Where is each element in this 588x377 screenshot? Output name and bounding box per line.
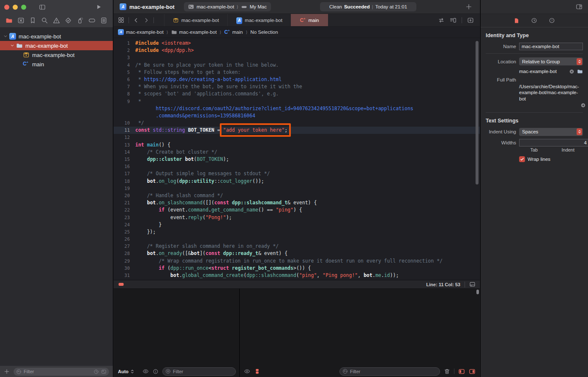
zoom-window-button[interactable]: [21, 5, 26, 10]
close-window-button[interactable]: [4, 5, 9, 10]
indent-using-dropdown[interactable]: Spaces: [519, 128, 583, 136]
console-filter-field[interactable]: [339, 367, 440, 376]
code-line[interactable]: 32 }: [114, 279, 480, 280]
debug-navigator-icon[interactable]: [77, 17, 84, 24]
choose-folder-icon[interactable]: [577, 68, 583, 74]
editor-options-icon[interactable]: [450, 17, 457, 24]
forward-icon[interactable]: [143, 17, 149, 23]
code-line[interactable]: 24 }: [114, 221, 480, 228]
code-line[interactable]: 15 dpp::cluster bot(BOT_TOKEN);: [114, 156, 480, 163]
activity-status[interactable]: Clean Succeeded | Today at 21:01: [320, 2, 416, 11]
source-control-navigator-icon[interactable]: [17, 17, 25, 24]
code-line[interactable]: 3: [114, 54, 480, 61]
file-inspector-icon[interactable]: [514, 18, 520, 24]
tree-row-project-root[interactable]: Amac-example-bot: [0, 32, 113, 41]
project-navigator-icon[interactable]: [5, 17, 13, 24]
variable-info-icon[interactable]: [153, 369, 159, 374]
minimize-window-button[interactable]: [13, 5, 18, 10]
code-line[interactable]: .commands&permissions=139586816064: [114, 112, 480, 119]
toggle-sidebar-icon[interactable]: [39, 4, 46, 11]
editor-tab-mac-example-bot[interactable]: mac-example-bot: [164, 14, 227, 26]
breadcrumb-item[interactable]: No Selection: [250, 30, 278, 35]
toggle-inspector-icon[interactable]: [576, 3, 583, 10]
show-variables-view-icon[interactable]: [458, 368, 465, 375]
navigator-filter-field[interactable]: [14, 368, 109, 376]
wrap-lines-checkbox[interactable]: [519, 156, 525, 162]
tab-overview-icon[interactable]: [118, 17, 124, 23]
breadcrumb-item[interactable]: mac-example-bot: [171, 29, 217, 35]
clear-console-icon[interactable]: [444, 368, 450, 374]
variables-filter-field[interactable]: [162, 367, 236, 376]
code-line[interactable]: https://discord.com/oauth2/authorize?cli…: [114, 105, 480, 112]
breadcrumb-item[interactable]: C+main: [224, 29, 243, 35]
code-line[interactable]: 14 /* Create bot cluster */: [114, 149, 480, 156]
code-line[interactable]: 1#include <iostream>: [114, 40, 480, 47]
disclosure-triangle-icon[interactable]: [10, 43, 16, 48]
code-line[interactable]: 5 * Follow steps here to get a token:: [114, 69, 480, 76]
code-line[interactable]: 20 /* Handle slash command */: [114, 192, 480, 199]
code-line[interactable]: 4/* Be sure to place your token in the l…: [114, 62, 480, 69]
navigator-filter-input[interactable]: [24, 369, 91, 374]
code-line[interactable]: 29 /* Wrap command registration in run_o…: [114, 258, 480, 265]
code-line[interactable]: 28 bot.on_ready([&bot](const dpp::ready_…: [114, 250, 480, 257]
help-inspector-icon[interactable]: ?: [549, 17, 555, 24]
find-navigator-icon[interactable]: [41, 17, 48, 24]
editor-tab-main-active[interactable]: C+main: [291, 14, 328, 26]
code-line[interactable]: 17 /* Output simple log messages to stdo…: [114, 170, 480, 177]
run-button[interactable]: [96, 4, 102, 10]
clear-location-icon[interactable]: [569, 69, 574, 74]
code-line[interactable]: 10 */: [114, 119, 480, 127]
code-line[interactable]: 22 if (event.command.get_command_name() …: [114, 206, 480, 214]
add-editor-icon[interactable]: [467, 17, 474, 24]
scheme-selector[interactable]: mac-example-bot ⟩ My Mac: [184, 2, 271, 11]
variables-scope-selector[interactable]: Auto: [118, 369, 135, 374]
code-line[interactable]: 18 bot.on_log(dpp::utility::cout_logger(…: [114, 178, 480, 185]
code-line[interactable]: 8 * scopes 'bot' and 'applications.comma…: [114, 90, 480, 98]
back-icon[interactable]: [133, 17, 139, 23]
code-line[interactable]: 21 bot.on_slashcommand([](const dpp::sla…: [114, 199, 480, 206]
hide-debug-area-icon[interactable]: [469, 281, 476, 287]
quicklook-icon[interactable]: [244, 368, 250, 374]
source-editor[interactable]: 1#include <iostream>2#include <dpp/dpp.h…: [114, 38, 480, 280]
location-dropdown[interactable]: Relative to Group: [519, 57, 583, 65]
code-line[interactable]: 7 * When you invite the bot, be sure to …: [114, 83, 480, 90]
code-line[interactable]: 31 bot.global_command_create(dpp::slashc…: [114, 272, 480, 279]
code-line[interactable]: 6 * https://dpp.dev/creating-a-bot-appli…: [114, 76, 480, 83]
code-line[interactable]: 12: [114, 134, 480, 141]
editor-scrollbar[interactable]: [476, 41, 479, 184]
code-line[interactable]: 13int main() {: [114, 141, 480, 149]
breakpoints-navigator-icon[interactable]: [88, 17, 96, 24]
name-field[interactable]: [519, 43, 583, 50]
library-add-button[interactable]: [465, 3, 472, 10]
code-line[interactable]: 2#include <dpp/dpp.h>: [114, 47, 480, 54]
recent-files-filter-icon[interactable]: [93, 369, 99, 374]
code-line[interactable]: 19: [114, 185, 480, 192]
tree-row-group-folder[interactable]: mac-example-bot: [0, 41, 113, 50]
source-control-filter-icon[interactable]: [101, 369, 107, 374]
disclosure-triangle-icon[interactable]: [3, 34, 9, 38]
related-items-icon[interactable]: [438, 17, 445, 24]
code-line[interactable]: 30 if (dpp::run_once<struct register_bot…: [114, 265, 480, 272]
tab-width-field[interactable]: [519, 139, 588, 146]
variables-filter-input[interactable]: [173, 369, 233, 374]
code-line[interactable]: 23 event.reply("Pong!");: [114, 214, 480, 221]
reports-navigator-icon[interactable]: [100, 17, 107, 24]
show-console-view-icon[interactable]: [469, 368, 476, 375]
reveal-in-finder-icon[interactable]: [580, 103, 586, 108]
code-line[interactable]: 16: [114, 163, 480, 170]
console-output-selector-icon[interactable]: [254, 368, 260, 374]
breakpoints-toggle-icon[interactable]: [118, 281, 124, 287]
tests-navigator-icon[interactable]: [65, 17, 72, 24]
console-scrollbar[interactable]: [476, 290, 479, 294]
code-line[interactable]: 9 *: [114, 98, 480, 105]
breadcrumb-item[interactable]: Amac-example-bot: [118, 29, 164, 35]
code-line[interactable]: 27 /* Register slash command here in on_…: [114, 243, 480, 250]
code-line[interactable]: 26: [114, 236, 480, 243]
bookmarks-navigator-icon[interactable]: [29, 17, 36, 24]
quicklook-icon[interactable]: [142, 368, 149, 374]
code-line[interactable]: 25 });: [114, 228, 480, 236]
tree-row-product-reference[interactable]: mac-example-bot: [0, 50, 113, 60]
history-inspector-icon[interactable]: [531, 17, 537, 24]
issues-navigator-icon[interactable]: [53, 17, 60, 24]
scheme-destination-label[interactable]: My Mac: [250, 4, 267, 9]
